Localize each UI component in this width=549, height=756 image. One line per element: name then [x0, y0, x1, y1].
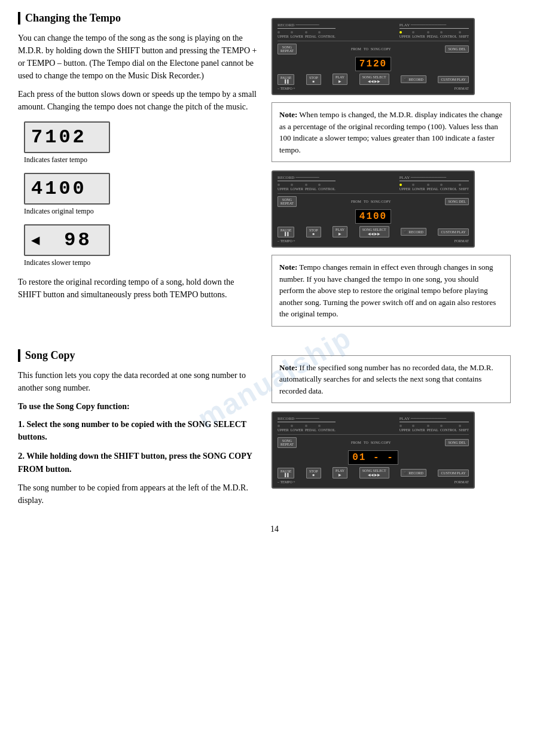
upper-play-led-1 — [399, 31, 402, 33]
stop-btn-1[interactable]: STOP■ — [306, 74, 321, 85]
upper-play-led-2 — [399, 184, 402, 186]
song-repeat-btn-3: SONGREPEAT — [277, 437, 297, 448]
mdr-device-3: RECORD ──────── UPPER LOWER PEDAL CONTRO… — [272, 411, 475, 489]
control-label-1: CONTROL — [318, 35, 335, 38]
section2-instruction: To use the Song Copy function: — [18, 400, 257, 413]
section2-title: Song Copy — [18, 349, 257, 362]
mdr-display-1: 7120 — [355, 57, 391, 71]
step1: 1. Select the song number to be copied w… — [18, 417, 257, 444]
upper-label-1: UPPER — [277, 35, 289, 38]
original-tempo-display: 4100 — [24, 173, 110, 205]
pedal-play-led-3 — [427, 425, 429, 427]
pedal-led-1 — [305, 31, 307, 33]
slower-tempo-display-container: ◀ 98 Indicates slower tempo — [24, 224, 257, 267]
song-select-btn-1[interactable]: SONG SELECT◀◀ ▶▶ — [359, 74, 389, 85]
control-led-1 — [318, 31, 321, 33]
pause-btn-2[interactable]: PAUSE▐▐ — [277, 227, 294, 237]
faster-tempo-display-container: 7102 Indicates faster tempo — [24, 121, 257, 164]
upper-led-1 — [277, 31, 280, 33]
section1-title: Changing the Tempo — [18, 12, 257, 25]
note1-text: When tempo is changed, the M.D.R. displa… — [279, 110, 502, 154]
pause-btn-3[interactable]: PAUSE▐▐ — [277, 468, 294, 478]
shift-led-2 — [459, 184, 461, 186]
pedal-play-led-2 — [427, 184, 429, 186]
control-play-led-3 — [440, 425, 443, 427]
play-label-1: PLAY ──────────── — [399, 23, 469, 29]
step1-num: 1 — [18, 419, 23, 429]
play-btn-3[interactable]: PLAY▶ — [333, 467, 347, 478]
song-select-btn-3[interactable]: SONG SELECT◀◀ ▶▶ — [359, 467, 389, 478]
lower-led-2 — [291, 184, 293, 186]
shift-led-1 — [459, 31, 461, 33]
page-number: 14 — [18, 525, 531, 534]
song-del-btn-1: SONG DEL — [445, 45, 469, 53]
custom-play-btn-1[interactable]: CUSTOM PLAY — [438, 76, 469, 83]
song-repeat-btn-2: SONGREPEAT — [277, 196, 297, 207]
record-btn-1[interactable]: ⚫ RECORD — [401, 75, 426, 83]
custom-play-btn-2[interactable]: CUSTOM PLAY — [438, 228, 469, 236]
shift-led-3 — [459, 425, 461, 427]
control-play-led-2 — [440, 184, 443, 186]
faster-tempo-label: Indicates faster tempo — [24, 156, 257, 164]
upper-led-3 — [277, 425, 280, 427]
original-tempo-display-container: 4100 Indicates original tempo — [24, 173, 257, 216]
mdr-display-2: 4100 — [355, 209, 391, 224]
mdr-device-1: RECORD ──────── UPPER LOWER PEDAL — [272, 18, 475, 95]
section2-intro: This function lets you copy the data rec… — [18, 369, 257, 394]
note1-title: Note: — [279, 110, 297, 119]
note2-title: Note: — [279, 263, 297, 272]
lower-play-led-2 — [412, 184, 414, 186]
note-box-3: Note: If the specified song number has n… — [272, 355, 511, 404]
step2-num: 2 — [18, 451, 23, 461]
lower-play-led-1 — [412, 31, 414, 33]
slower-tempo-label: Indicates slower tempo — [24, 258, 257, 267]
pause-btn-1[interactable]: PAUSE▐▐ — [277, 74, 294, 85]
mdr-device-2: RECORD ──────── UPPER LOWER PEDAL CONTRO… — [272, 170, 475, 248]
note-box-2: Note: Tempo changes remain in effect eve… — [272, 255, 511, 327]
pedal-label-1: PEDAL — [305, 35, 316, 38]
pedal-led-2 — [305, 184, 307, 186]
record-btn-3[interactable]: ⚫ RECORD — [401, 469, 426, 477]
pedal-led-3 — [305, 425, 307, 427]
play-btn-2[interactable]: PLAY▶ — [333, 226, 347, 237]
step1-text: . Select the song number to be copied wi… — [18, 420, 246, 442]
original-tempo-label: Indicates original tempo — [24, 207, 257, 216]
lower-led-3 — [291, 425, 293, 427]
note3-title: Note: — [279, 363, 297, 372]
custom-play-btn-3[interactable]: CUSTOM PLAY — [438, 470, 469, 477]
record-label: RECORD ──────── — [277, 23, 336, 29]
section1-para1: You can change the tempo of the song as … — [18, 32, 257, 82]
faster-tempo-display: 7102 — [24, 121, 110, 153]
stop-btn-2[interactable]: STOP■ — [306, 227, 321, 237]
lower-led-1 — [291, 31, 293, 33]
control-led-3 — [318, 425, 321, 427]
lower-label-1: LOWER — [291, 35, 303, 38]
faster-tempo-digits: 7102 — [31, 126, 103, 148]
note3-text: If the specified song number has no reco… — [279, 363, 493, 395]
slower-tempo-display: ◀ 98 — [24, 224, 110, 256]
original-tempo-digits: 4100 — [31, 178, 103, 200]
step2-detail: The song number to be copied from appear… — [18, 481, 257, 507]
record-btn-2[interactable]: ⚫ RECORD — [401, 228, 426, 236]
stop-btn-3[interactable]: STOP■ — [306, 468, 321, 478]
section1-para2: Each press of the button slows down or s… — [18, 88, 257, 113]
mdr-display-3: 01 - - — [348, 450, 398, 465]
song-del-btn-2: SONG DEL — [445, 198, 469, 205]
step2: 2. While holding down the SHIFT button, … — [18, 449, 257, 475]
step2-text: . While holding down the SHIFT button, p… — [18, 452, 252, 474]
restore-text: To restore the original recording tempo … — [18, 276, 257, 301]
lower-play-led-3 — [412, 425, 414, 427]
pedal-play-led-1 — [427, 31, 429, 33]
play-btn-1[interactable]: PLAY▶ — [333, 74, 347, 85]
upper-play-led-3 — [399, 425, 402, 427]
control-led-2 — [318, 184, 321, 186]
upper-led-2 — [277, 184, 280, 186]
note2-text: Tempo changes remain in effect even thro… — [279, 263, 496, 318]
note-box-1: Note: When tempo is changed, the M.D.R. … — [272, 102, 511, 162]
song-del-btn-3: SONG DEL — [445, 439, 469, 446]
control-play-led-1 — [440, 31, 443, 33]
slower-tempo-digits: ◀ 98 — [31, 229, 103, 251]
song-repeat-btn-1: SONGREPEAT — [277, 44, 297, 54]
song-select-btn-2[interactable]: SONG SELECT◀◀ ▶▶ — [359, 226, 389, 237]
